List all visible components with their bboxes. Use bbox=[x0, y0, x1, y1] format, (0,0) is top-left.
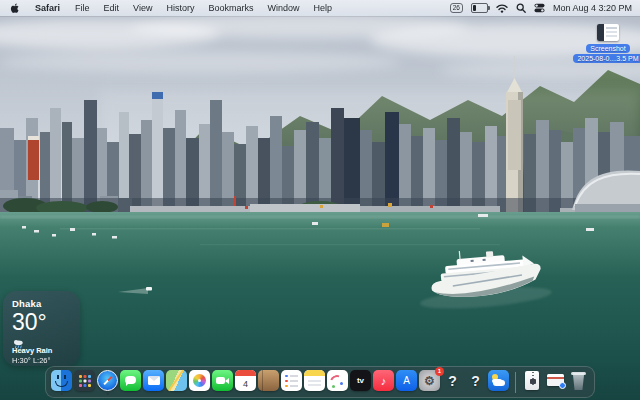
dock-unknown2[interactable]: ? bbox=[465, 370, 486, 394]
dock-notes[interactable] bbox=[304, 370, 325, 394]
dock-calendar[interactable]: 4 bbox=[235, 370, 256, 394]
launchpad-app-icon bbox=[74, 370, 95, 391]
dock-music[interactable]: ♪ bbox=[373, 370, 394, 394]
weather-widget[interactable]: Dhaka 30° Heavy Rain H:30° L:26° bbox=[3, 291, 80, 366]
menu-help[interactable]: Help bbox=[313, 3, 332, 13]
running-indicator-dot bbox=[106, 393, 109, 396]
dock-maps[interactable] bbox=[166, 370, 187, 394]
menu-file[interactable]: File bbox=[75, 3, 90, 13]
screenshot-thumbnail[interactable] bbox=[597, 24, 619, 41]
screenshot-file-app-icon bbox=[545, 370, 566, 391]
running-indicator-dot bbox=[60, 393, 63, 396]
calendar-app-icon: 4 bbox=[235, 370, 256, 391]
rain-cloud-icon bbox=[12, 336, 71, 345]
weather-city: Dhaka bbox=[12, 298, 71, 309]
dock-mail[interactable] bbox=[143, 370, 164, 394]
weather-condition: Heavy Rain bbox=[12, 346, 71, 355]
calendar-day-number: 4 bbox=[235, 376, 256, 391]
dock-facetime[interactable] bbox=[212, 370, 233, 394]
unknown-app-icon: ? bbox=[465, 370, 486, 391]
menu-app-name[interactable]: Safari bbox=[35, 3, 60, 13]
menu-bookmarks[interactable]: Bookmarks bbox=[208, 3, 253, 13]
dock-safari[interactable] bbox=[97, 370, 118, 394]
weather-temperature: 30° bbox=[12, 310, 71, 334]
dock-unknown1[interactable]: ? bbox=[442, 370, 463, 394]
apple-logo-icon bbox=[10, 3, 19, 14]
battery-percent-badge[interactable]: 26 bbox=[450, 3, 463, 13]
weather-app-icon bbox=[488, 370, 509, 391]
wallpaper-hong-kong-harbour bbox=[0, 0, 640, 400]
dock-freeform[interactable] bbox=[327, 370, 348, 394]
contacts-app-icon bbox=[258, 370, 279, 391]
dock-zip[interactable] bbox=[522, 370, 543, 394]
weather-high-low: H:30° L:26° bbox=[12, 356, 71, 365]
menu-view[interactable]: View bbox=[133, 3, 152, 13]
reminders-app-icon bbox=[281, 370, 302, 391]
dock-weather[interactable] bbox=[488, 370, 509, 394]
freeform-app-icon bbox=[327, 370, 348, 391]
menu-history[interactable]: History bbox=[166, 3, 194, 13]
music-app-icon: ♪ bbox=[373, 370, 394, 391]
control-center-icon[interactable] bbox=[534, 3, 545, 13]
dock-photos[interactable] bbox=[189, 370, 210, 394]
menu-window[interactable]: Window bbox=[267, 3, 299, 13]
settings-app-icon: ⚙1 bbox=[419, 370, 440, 391]
dock-trash[interactable] bbox=[568, 370, 589, 394]
dock-messages[interactable] bbox=[120, 370, 141, 394]
dock-settings[interactable]: ⚙1 bbox=[419, 370, 440, 394]
dock-screenshot-file[interactable] bbox=[545, 370, 566, 394]
mail-app-icon bbox=[143, 370, 164, 391]
desktop-file-label: Screenshot 2025-08-0…3.5 PM bbox=[573, 44, 640, 63]
notes-app-icon bbox=[304, 370, 325, 391]
menu-edit[interactable]: Edit bbox=[104, 3, 120, 13]
messages-app-icon bbox=[120, 370, 141, 391]
desktop-file-screenshot[interactable]: Screenshot 2025-08-0…3.5 PM bbox=[578, 24, 638, 63]
safari-app-icon bbox=[97, 370, 118, 391]
dock: 4tv♪A⚙1?? bbox=[45, 366, 595, 398]
unknown-app-icon: ? bbox=[442, 370, 463, 391]
desktop: Safari File Edit View History Bookmarks … bbox=[0, 0, 640, 400]
tv-app-icon: tv bbox=[350, 370, 371, 391]
dock-tv[interactable]: tv bbox=[350, 370, 371, 394]
file-name-line1: Screenshot bbox=[586, 44, 629, 53]
dock-launchpad[interactable] bbox=[74, 370, 95, 394]
dock-finder[interactable] bbox=[51, 370, 72, 394]
dock-divider bbox=[515, 372, 516, 393]
spotlight-search-icon[interactable] bbox=[516, 3, 526, 13]
apple-menu[interactable] bbox=[10, 3, 19, 14]
trash-app-icon bbox=[568, 370, 589, 391]
dock-reminders[interactable] bbox=[281, 370, 302, 394]
maps-app-icon bbox=[166, 370, 187, 391]
dock-appstore[interactable]: A bbox=[396, 370, 417, 394]
facetime-app-icon bbox=[212, 370, 233, 391]
appstore-app-icon: A bbox=[396, 370, 417, 391]
photos-app-icon bbox=[189, 370, 210, 391]
menubar-clock[interactable]: Mon Aug 4 3:20 PM bbox=[553, 3, 632, 13]
wifi-icon[interactable] bbox=[496, 3, 508, 13]
file-name-line2: 2025-08-0…3.5 PM bbox=[573, 54, 640, 63]
zip-app-icon bbox=[522, 370, 543, 391]
dock-contacts[interactable] bbox=[258, 370, 279, 394]
finder-app-icon bbox=[51, 370, 72, 391]
menu-bar: Safari File Edit View History Bookmarks … bbox=[0, 0, 640, 16]
battery-icon[interactable] bbox=[471, 3, 488, 13]
